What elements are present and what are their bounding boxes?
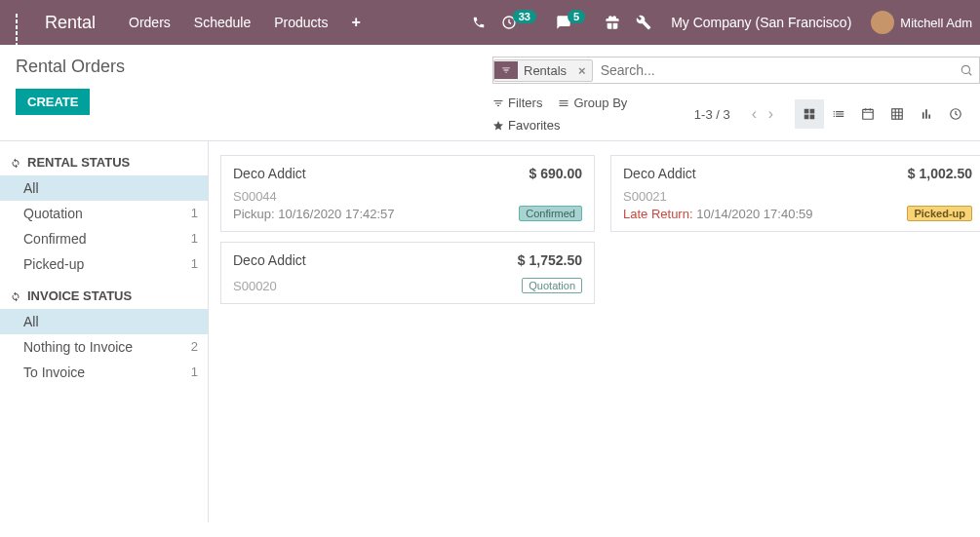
svg-rect-2: [804, 109, 809, 114]
svg-rect-3: [810, 109, 815, 114]
company-selector[interactable]: My Company (San Francisco): [667, 15, 855, 30]
svg-point-1: [961, 65, 969, 73]
page-title: Rental Orders: [16, 57, 125, 77]
top-navbar: Rental Orders Schedule Products + 33 5 M…: [0, 0, 980, 45]
sidebar-item-nothingtoinvoice[interactable]: Nothing to Invoice2: [0, 334, 208, 360]
sidebar-item-all[interactable]: All: [0, 175, 208, 201]
messages-icon[interactable]: 5: [556, 15, 589, 30]
card-date: Late Return: 10/14/2020 17:40:59: [623, 207, 812, 221]
groupby-button[interactable]: Group By: [558, 96, 627, 110]
refresh-icon: [10, 157, 21, 169]
gift-icon[interactable]: [605, 15, 620, 30]
sidebar-item-pickedup[interactable]: Picked-up1: [0, 251, 208, 277]
sidebar-item-invoice-all[interactable]: All: [0, 309, 208, 334]
card-price: $ 1,002.50: [908, 166, 972, 181]
view-pivot-icon[interactable]: [882, 99, 912, 129]
status-tag: Picked-up: [907, 206, 972, 221]
card-customer: Deco Addict: [233, 166, 306, 181]
activity-icon[interactable]: 33: [501, 15, 540, 30]
facet-remove-icon[interactable]: ×: [572, 60, 592, 81]
view-calendar-icon[interactable]: [853, 99, 882, 129]
user-menu[interactable]: Mitchell Adm: [871, 11, 972, 34]
filter-sidebar: RENTAL STATUS All Quotation1 Confirmed1 …: [0, 141, 209, 522]
svg-rect-7: [892, 109, 903, 120]
card-order-number: S00021: [623, 189, 972, 204]
kanban-card[interactable]: Deco Addict $ 1,002.50 S00021 Late Retur…: [610, 155, 980, 232]
facet-label: Rentals: [518, 60, 572, 81]
pager-prev-icon[interactable]: ‹: [748, 105, 761, 122]
status-tag: Confirmed: [519, 206, 582, 221]
kanban-card[interactable]: Deco Addict $ 1,752.50 S00020 Quotation: [220, 242, 595, 304]
view-activity-icon[interactable]: [941, 99, 970, 129]
view-list-icon[interactable]: [824, 99, 853, 129]
filter-icon: [494, 61, 518, 79]
search-icon[interactable]: [960, 63, 979, 77]
activity-badge: 33: [513, 10, 536, 23]
card-price: $ 690.00: [529, 166, 583, 181]
favorites-button[interactable]: Favorites: [492, 118, 627, 133]
section-rental-status: RENTAL STATUS: [0, 149, 208, 175]
sidebar-item-toinvoice[interactable]: To Invoice1: [0, 360, 208, 385]
create-button[interactable]: CREATE: [16, 89, 90, 115]
messages-badge: 5: [568, 10, 585, 23]
avatar: [871, 11, 894, 34]
sidebar-item-quotation[interactable]: Quotation1: [0, 201, 208, 226]
section-invoice-status: INVOICE STATUS: [0, 283, 208, 309]
control-panel: Rental Orders CREATE Rentals ×: [0, 45, 980, 141]
status-tag: Quotation: [522, 278, 582, 293]
card-order-number: S00020: [233, 279, 277, 293]
tools-icon[interactable]: [636, 15, 651, 30]
view-graph-icon[interactable]: [912, 99, 941, 129]
pager-next-icon[interactable]: ›: [764, 105, 777, 122]
kanban-content: Deco Addict $ 690.00 S00044 Pickup: 10/1…: [209, 141, 980, 522]
card-customer: Deco Addict: [233, 252, 306, 268]
card-price: $ 1,752.50: [518, 252, 582, 268]
card-order-number: S00044: [233, 189, 582, 204]
phone-icon[interactable]: [472, 16, 486, 29]
svg-rect-6: [863, 109, 874, 119]
apps-icon[interactable]: [8, 14, 25, 31]
pager-text: 1-3 / 3: [694, 107, 730, 122]
nav-orders[interactable]: Orders: [125, 15, 175, 30]
nav-add[interactable]: +: [347, 14, 364, 31]
svg-rect-5: [810, 115, 815, 120]
nav-schedule[interactable]: Schedule: [190, 15, 255, 30]
svg-rect-4: [804, 115, 809, 120]
search-facet: Rentals ×: [493, 59, 593, 82]
sidebar-item-confirmed[interactable]: Confirmed1: [0, 226, 208, 251]
search-input[interactable]: [593, 58, 944, 83]
card-customer: Deco Addict: [623, 166, 696, 181]
nav-products[interactable]: Products: [270, 15, 332, 30]
brand-title: Rental: [41, 13, 109, 33]
filters-button[interactable]: Filters: [492, 96, 542, 110]
kanban-card[interactable]: Deco Addict $ 690.00 S00044 Pickup: 10/1…: [220, 155, 595, 232]
view-kanban-icon[interactable]: [795, 99, 824, 129]
user-name: Mitchell Adm: [900, 16, 972, 30]
refresh-icon: [10, 290, 21, 302]
card-date: Pickup: 10/16/2020 17:42:57: [233, 207, 395, 221]
